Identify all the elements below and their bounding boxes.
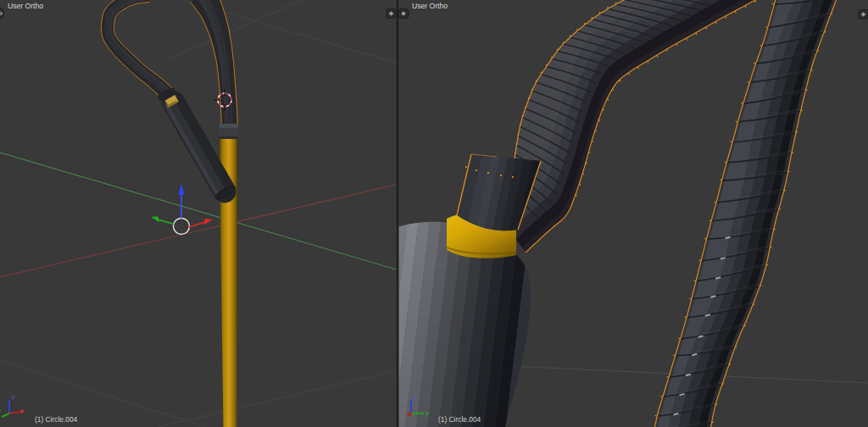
svg-text:z: z — [12, 393, 15, 401]
svg-text:User Ortho: User Ortho — [8, 2, 43, 10]
svg-text:z: z — [414, 393, 417, 401]
svg-text:y: y — [0, 407, 1, 414]
svg-text:User Ortho: User Ortho — [412, 2, 448, 10]
svg-text:(1) Circle.004: (1) Circle.004 — [438, 415, 481, 424]
svg-text:y: y — [426, 409, 429, 417]
svg-text:(1) Circle.004: (1) Circle.004 — [35, 415, 78, 424]
